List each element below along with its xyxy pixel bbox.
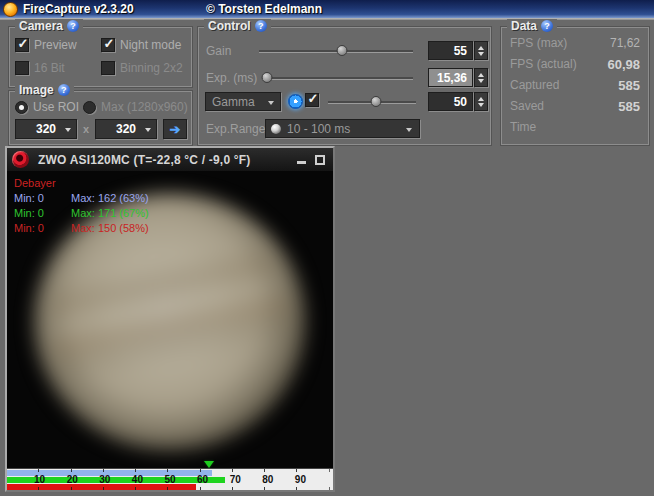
chevron-down-icon	[406, 128, 412, 132]
bit16-checkbox[interactable]	[15, 61, 29, 75]
firecapture-app: FireCapture v2.3.20 © Torsten Edelmann C…	[0, 0, 654, 496]
gamma-dropdown[interactable]: Gamma	[205, 92, 281, 111]
chevron-down-icon	[145, 128, 151, 132]
gain-spinner-buttons[interactable]	[474, 41, 488, 60]
camera-panel-title-text: Camera	[19, 19, 63, 33]
spinner-down-icon	[478, 52, 484, 56]
data-help-icon[interactable]: ?	[541, 20, 553, 32]
binning-checkbox-row: Binning 2x2	[101, 61, 183, 75]
roi-times-label: x	[83, 123, 89, 135]
use-roi-radio[interactable]	[15, 101, 28, 114]
exposure-slider[interactable]	[262, 68, 413, 87]
channel-max: Max: 171 (67%)	[71, 207, 149, 219]
data-row-captured: Captured 585	[510, 77, 640, 93]
spinner-up-icon	[478, 97, 484, 101]
gamma-slider[interactable]	[328, 92, 416, 111]
app-title: FireCapture v2.3.20	[23, 2, 134, 16]
spinner-up-icon	[478, 46, 484, 50]
control-panel-title: Control ?	[204, 19, 271, 33]
exposure-value-field[interactable]: 15,36	[428, 68, 473, 87]
check-icon: ✓	[104, 37, 115, 50]
gain-slider[interactable]	[259, 41, 413, 60]
exp-range-dropdown[interactable]: 10 - 100 ms	[265, 119, 420, 138]
channel-stats-blue: Min: 0 Max: 162 (63%)	[14, 192, 149, 204]
gain-label: Gain	[206, 44, 231, 58]
data-row-value: 60,98	[607, 57, 640, 72]
channel-stats-red: Min: 0 Max: 150 (58%)	[14, 222, 149, 234]
binning-checkbox-label: Binning 2x2	[120, 61, 183, 75]
exp-range-label: Exp.Range	[206, 122, 265, 136]
firecapture-logo-icon	[3, 2, 18, 17]
moon-icon	[271, 124, 281, 134]
use-roi-radio-row: Use ROI	[15, 100, 79, 114]
hist-band-red	[7, 484, 196, 490]
data-row-label: Time	[510, 120, 536, 134]
exposure-slider-thumb[interactable]	[261, 72, 272, 83]
check-icon: ✓	[308, 92, 319, 105]
channel-min: Min: 0	[14, 222, 71, 234]
blue-arrow-icon: ➔	[170, 122, 181, 137]
channel-min: Min: 0	[14, 192, 71, 204]
control-help-icon[interactable]: ?	[255, 20, 267, 32]
check-icon: ✓	[18, 37, 29, 50]
hist-tick-label: 70	[230, 474, 241, 485]
planet-bands	[50, 208, 289, 435]
camera-help-icon[interactable]: ?	[67, 20, 79, 32]
image-help-icon[interactable]: ?	[58, 84, 70, 96]
exposure-slider-track[interactable]	[262, 77, 413, 80]
max-size-radio-row: Max (1280x960)	[83, 100, 188, 114]
preview-window-buttons	[297, 155, 328, 165]
channel-max: Max: 150 (58%)	[71, 222, 149, 234]
maximize-icon[interactable]	[315, 155, 325, 165]
hist-band-green	[7, 477, 225, 483]
apply-roi-button[interactable]: ➔	[163, 119, 187, 139]
gamma-value: 50	[454, 95, 467, 109]
data-panel-title-text: Data	[511, 19, 537, 33]
channel-min: Min: 0	[14, 207, 71, 219]
data-row-time: Time	[510, 119, 640, 135]
binning-checkbox[interactable]	[101, 61, 115, 75]
preview-checkbox-label: Preview	[34, 38, 77, 52]
exposure-label: Exp. (ms)	[206, 71, 257, 85]
preview-window-titlebar[interactable]: ZWO ASI120MC (T=-22,8 °C / -9,0 °F)	[7, 148, 333, 171]
hist-tick-label: 80	[262, 474, 273, 485]
gain-value: 55	[454, 44, 467, 58]
control-panel-title-text: Control	[208, 19, 251, 33]
spinner-down-icon	[478, 79, 484, 83]
max-size-radio[interactable]	[83, 101, 96, 114]
data-row-fps-actual: FPS (actual) 60,98	[510, 56, 640, 72]
gain-value-field[interactable]: 55	[428, 41, 473, 60]
chevron-down-icon	[268, 101, 274, 105]
channel-max: Max: 162 (63%)	[71, 192, 149, 204]
data-row-label: FPS (max)	[510, 36, 567, 50]
data-panel-title: Data ?	[507, 19, 557, 33]
gamma-spinner-buttons[interactable]	[474, 92, 488, 111]
roi-width-dropdown[interactable]: 320	[15, 119, 77, 139]
channel-stats-green: Min: 0 Max: 171 (67%)	[14, 207, 149, 219]
roi-height-dropdown[interactable]: 320	[95, 119, 157, 139]
exposure-spinner-buttons[interactable]	[474, 68, 488, 87]
hist-marker[interactable]	[204, 461, 214, 468]
image-panel-title: Image ?	[15, 83, 74, 97]
hist-tick-label: 90	[295, 474, 306, 485]
preview-window: ZWO ASI120MC (T=-22,8 °C / -9,0 °F) Deba…	[5, 146, 335, 492]
gain-slider-thumb[interactable]	[337, 45, 348, 56]
spinner-up-icon	[478, 73, 484, 77]
image-panel: Image ? Use ROI Max (1280x960) 320 x 320…	[8, 90, 193, 146]
data-row-value: 71,62	[610, 36, 640, 50]
minimize-icon[interactable]	[297, 161, 306, 164]
night-mode-checkbox[interactable]: ✓	[101, 38, 115, 52]
gamma-auto-button[interactable]	[288, 94, 303, 109]
preview-checkbox[interactable]: ✓	[15, 38, 29, 52]
gamma-slider-thumb[interactable]	[371, 96, 382, 107]
roi-width-value: 320	[36, 122, 56, 136]
gamma-checkbox-row: ✓	[305, 93, 319, 107]
exposure-value: 15,36	[437, 71, 467, 85]
use-roi-radio-label: Use ROI	[33, 100, 79, 114]
max-size-radio-label: Max (1280x960)	[101, 100, 188, 114]
histogram-bar: 10 20 30 40 50 60 70 80 90	[7, 468, 333, 490]
image-panel-title-text: Image	[19, 83, 54, 97]
gamma-value-field[interactable]: 50	[428, 92, 473, 111]
gamma-checkbox[interactable]: ✓	[305, 93, 319, 107]
data-row-value: 585	[618, 78, 640, 93]
